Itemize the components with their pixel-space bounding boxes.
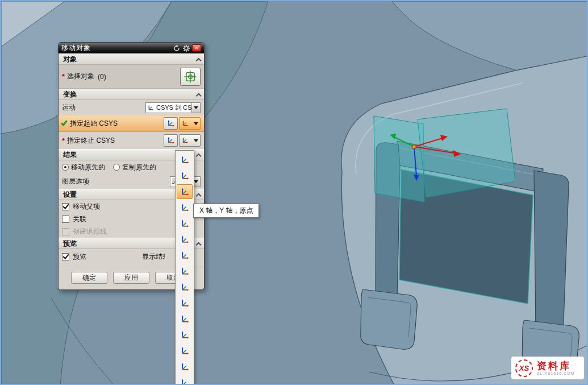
required-asterisk: * bbox=[62, 136, 65, 145]
csys-palette bbox=[175, 150, 194, 385]
csys-x-axis-y-axis-icon[interactable] bbox=[177, 216, 193, 231]
collapse-chevron-icon[interactable] bbox=[196, 93, 202, 98]
select-object-count: (0) bbox=[98, 73, 106, 81]
watermark: XS 资料库 ZL.XS1616.COM bbox=[511, 357, 584, 379]
flyout-arrow-icon bbox=[194, 139, 198, 144]
trace-line-label: 创建追踪线 bbox=[73, 227, 107, 237]
section-header-object[interactable]: 对象 bbox=[59, 53, 204, 65]
preview-label: 预览 bbox=[73, 252, 86, 262]
watermark-logo: XS bbox=[515, 359, 533, 377]
application-window: 移动对象 × 对象 * 选择对象 (0) bbox=[0, 0, 588, 385]
end-csys-type-flyout-button[interactable] bbox=[179, 134, 201, 147]
motion-combo[interactable]: CSYS 到 CSYS bbox=[145, 102, 201, 113]
start-csys-label: 指定起始 CSYS bbox=[70, 119, 118, 129]
motion-value: CSYS 到 CSYS bbox=[155, 104, 191, 112]
csys-object-csys-icon[interactable] bbox=[177, 280, 193, 295]
csys-x-axis-y-axis-origin-icon[interactable] bbox=[177, 184, 193, 199]
collapse-chevron-icon[interactable] bbox=[196, 193, 202, 198]
start-csys-type-flyout-button[interactable] bbox=[179, 117, 201, 130]
motion-row: 运动 CSYS 到 CSYS bbox=[59, 100, 204, 115]
radio-unselected-icon[interactable] bbox=[113, 164, 120, 171]
close-button[interactable]: × bbox=[192, 44, 201, 52]
motion-dropdown-arrow[interactable] bbox=[191, 103, 200, 113]
radio-selected-icon[interactable] bbox=[62, 164, 69, 171]
section-label-result: 结果 bbox=[63, 150, 77, 160]
section-header-transform[interactable]: 变换 bbox=[59, 89, 204, 100]
csys-origin-x-point-y-point-icon[interactable] bbox=[177, 200, 193, 215]
csys-z-axis-x-axis-origin-icon[interactable] bbox=[177, 232, 193, 247]
end-csys-dialog-button[interactable] bbox=[164, 134, 178, 147]
show-result-button[interactable]: 显示结果 bbox=[142, 252, 165, 262]
select-object-button[interactable] bbox=[180, 68, 201, 86]
section-label-preview: 预览 bbox=[63, 239, 77, 249]
csys-three-planes-icon[interactable] bbox=[177, 343, 193, 358]
copy-original-option[interactable]: 复制原先的 bbox=[113, 163, 156, 172]
csys-point-perpendicular-curve-icon[interactable] bbox=[177, 296, 193, 311]
collapse-chevron-icon[interactable] bbox=[196, 153, 202, 159]
end-csys-label: 指定终止 CSYS bbox=[67, 136, 115, 146]
watermark-url: ZL.XS1616.COM bbox=[537, 371, 574, 375]
flyout-arrow-icon bbox=[194, 122, 198, 127]
required-asterisk: * bbox=[62, 72, 65, 81]
ok-button[interactable]: 确定 bbox=[71, 272, 107, 284]
csys-dynamic-icon[interactable] bbox=[177, 152, 193, 167]
associative-checkbox[interactable] bbox=[62, 216, 69, 223]
csys-absolute-csys-icon[interactable] bbox=[177, 359, 193, 374]
copy-original-label: 复制原先的 bbox=[122, 163, 156, 172]
move-original-option[interactable]: 移动原先的 bbox=[62, 163, 105, 172]
reset-icon[interactable] bbox=[173, 44, 181, 52]
move-original-label: 移动原先的 bbox=[71, 163, 105, 172]
apply-button[interactable]: 应用 bbox=[113, 272, 149, 284]
section-label-settings: 设置 bbox=[63, 190, 77, 200]
green-check-icon bbox=[61, 119, 68, 126]
gear-icon[interactable] bbox=[182, 44, 190, 52]
csys-type-icon bbox=[181, 136, 189, 144]
csys-type-icon bbox=[181, 119, 189, 127]
dialog-title: 移动对象 bbox=[61, 43, 171, 53]
left-foot bbox=[361, 289, 417, 349]
csys-option-tooltip: X 轴，Y 轴，原点 bbox=[193, 204, 259, 218]
csys-z-axis-y-axis-origin-icon[interactable] bbox=[177, 248, 193, 263]
csys-current-view-icon[interactable] bbox=[177, 375, 193, 385]
trace-line-checkbox bbox=[62, 228, 69, 235]
watermark-brand: 资料库 bbox=[537, 361, 574, 371]
move-parent-label: 移动父项 bbox=[73, 202, 100, 212]
move-parent-checkbox[interactable] bbox=[62, 203, 69, 210]
csys-plane-x-axis-point-icon[interactable] bbox=[177, 328, 193, 342]
specify-start-csys-row[interactable]: 指定起始 CSYS bbox=[59, 115, 204, 132]
csys-inferred-icon[interactable] bbox=[177, 168, 193, 183]
section-label-object: 对象 bbox=[63, 55, 77, 64]
csys-z-axis-x-point-icon[interactable] bbox=[177, 264, 193, 279]
start-csys-dialog-button[interactable] bbox=[164, 117, 178, 130]
collapse-chevron-icon[interactable] bbox=[196, 57, 202, 63]
dialog-titlebar[interactable]: 移动对象 × bbox=[59, 43, 204, 53]
select-object-label: 选择对象 bbox=[67, 72, 94, 81]
layer-option-label: 图层选项 bbox=[62, 177, 89, 187]
motion-label: 运动 bbox=[62, 103, 76, 113]
collapse-chevron-icon[interactable] bbox=[196, 242, 202, 247]
preview-checkbox[interactable] bbox=[62, 253, 69, 260]
csys-to-csys-icon bbox=[146, 104, 155, 111]
crosshair-icon bbox=[184, 71, 197, 83]
section-label-transform: 变换 bbox=[63, 90, 77, 100]
specify-end-csys-row[interactable]: * 指定终止 CSYS bbox=[59, 132, 204, 149]
csys-origin-handle bbox=[412, 145, 416, 148]
select-object-row[interactable]: * 选择对象 (0) bbox=[59, 65, 204, 89]
associative-label: 关联 bbox=[73, 214, 86, 224]
csys-plane-and-vector-icon[interactable] bbox=[177, 312, 193, 326]
